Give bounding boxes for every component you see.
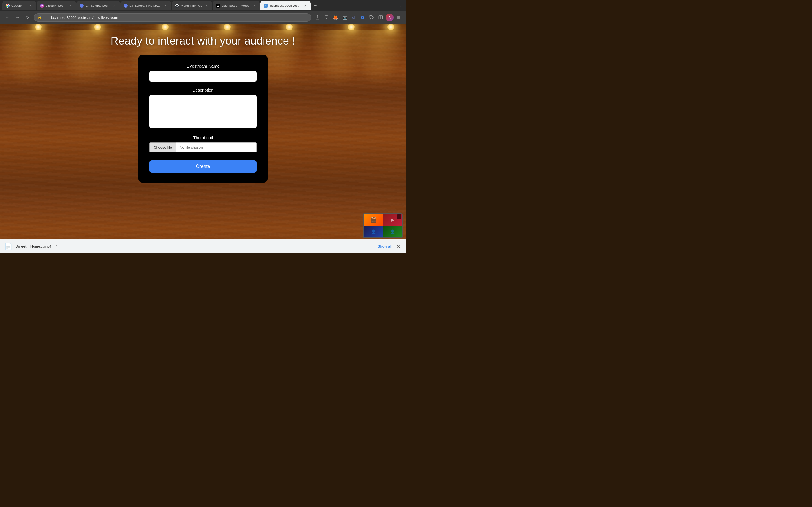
tab-title-google: Google	[11, 4, 27, 7]
toolbar-icons: 🦊 📷 d G A	[313, 13, 403, 21]
address-input-container[interactable]: 🔒 localhost:3000/livestream/new-livestre…	[34, 13, 311, 22]
tab-list-dropdown[interactable]: ⌄	[396, 3, 404, 9]
download-bar: 📄 Dmeet _ Home....mp4 ⌃ Show all ✕	[0, 239, 406, 253]
livestream-name-input[interactable]	[149, 71, 257, 82]
tab-close-merdi-kim[interactable]: ✕	[204, 3, 209, 8]
tab-bar: Google ✕ ✦ Library | Loom ✕ ETHGlobal Lo…	[0, 0, 406, 11]
new-tab-button[interactable]: +	[311, 2, 319, 10]
file-name-display: No file chosen	[176, 142, 257, 152]
thumb-grid: 🎬 ⏸ ▶ 👤 👤	[364, 214, 402, 237]
preview-thumbnail[interactable]: 🎬 ⏸ ▶ 👤 👤	[363, 213, 403, 238]
lock-icon: 🔒	[38, 15, 42, 19]
tab-favicon-gh	[175, 4, 179, 8]
description-group: Description	[149, 88, 257, 129]
profile-icon[interactable]: A	[386, 13, 394, 21]
main-content: Ready to interact with your audience ! L…	[0, 24, 406, 253]
tab-localhost[interactable]: L localhost:3000/livest... ✕	[260, 1, 311, 10]
address-bar: ← → ↻ 🔒 localhost:3000/livestream/new-li…	[0, 11, 406, 24]
tab-close-ethglobal-metabol[interactable]: ✕	[163, 3, 168, 8]
tab-ethglobal-metabol[interactable]: ETHGlobal | Metaboli... ✕	[120, 1, 171, 10]
thumb-cell-1: 🎬	[364, 214, 383, 226]
tab-title-ethglobal-metabol: ETHGlobal | Metaboli...	[130, 4, 161, 7]
tab-title-localhost: localhost:3000/livest...	[269, 4, 301, 7]
menu-icon[interactable]	[395, 13, 403, 21]
extension-fox[interactable]: 🦊	[332, 13, 340, 21]
create-button[interactable]: Create	[149, 160, 257, 173]
tab-favicon-loom: ✦	[40, 4, 44, 8]
extension-discord[interactable]: d	[350, 13, 357, 21]
tab-close-google[interactable]: ✕	[28, 3, 33, 8]
choose-file-button[interactable]: Choose file	[149, 142, 176, 152]
split-screen-icon[interactable]	[377, 13, 385, 21]
show-all-button[interactable]: Show all	[378, 244, 392, 248]
tab-title-ethglobal-login: ETHGlobal Login	[86, 4, 110, 7]
tab-dashboard-vercel[interactable]: ▲ Dashboard – Vercel ✕	[213, 1, 260, 10]
share-icon[interactable]	[313, 13, 321, 21]
extension-google-account[interactable]: G	[359, 13, 366, 21]
tab-ethglobal-login[interactable]: ETHGlobal Login ✕	[77, 1, 120, 10]
tab-favicon-localhost: L	[264, 4, 267, 8]
address-text: localhost:3000/livestream/new-livestream	[51, 15, 118, 20]
tab-title-dashboard-vercel: Dashboard – Vercel	[221, 4, 250, 7]
forward-button[interactable]: →	[13, 13, 21, 21]
thumb-cell-2: ⏸ ▶	[383, 214, 402, 226]
description-label: Description	[149, 88, 257, 93]
livestream-name-label: Livestream Name	[149, 64, 257, 68]
tab-favicon-vercel: ▲	[216, 4, 220, 8]
extension-puzzle[interactable]	[368, 13, 375, 21]
file-input-wrapper: Choose file No file chosen	[149, 142, 257, 152]
tab-close-dashboard-vercel[interactable]: ✕	[252, 3, 256, 8]
reload-button[interactable]: ↻	[24, 13, 32, 21]
description-input[interactable]	[149, 95, 257, 128]
tab-favicon-ethglobal	[80, 4, 84, 8]
page-title-area: Ready to interact with your audience !	[0, 35, 406, 47]
download-file-icon: 📄	[4, 243, 12, 250]
download-filename: Dmeet _ Home....mp4	[15, 244, 51, 248]
tab-favicon-ethglobal-metabol	[124, 4, 128, 8]
thumb-cell-3: 👤	[364, 226, 383, 237]
tab-loom[interactable]: ✦ Library | Loom ✕	[37, 1, 76, 10]
tab-google[interactable]: Google ✕	[2, 1, 36, 10]
tab-favicon-google	[6, 4, 10, 8]
livestream-name-group: Livestream Name	[149, 64, 257, 82]
thumbnail-group: Thumbnail Choose file No file chosen	[149, 135, 257, 152]
download-close-button[interactable]: ✕	[395, 242, 402, 251]
page-title: Ready to interact with your audience !	[0, 35, 406, 47]
back-button[interactable]: ←	[3, 13, 11, 21]
tab-title-loom: Library | Loom	[46, 4, 66, 7]
bookmark-icon[interactable]	[322, 13, 331, 21]
tab-title-merdi-kim: Merdi-kim/Twid	[181, 4, 202, 7]
tab-close-localhost[interactable]: ✕	[303, 3, 307, 8]
tab-merdi-kim[interactable]: Merdi-kim/Twid ✕	[172, 1, 212, 10]
thumbnail-label: Thumbnail	[149, 135, 257, 140]
new-livestream-form-card: Livestream Name Description Thumbnail Ch…	[138, 55, 268, 183]
download-expand-arrow[interactable]: ⌃	[55, 244, 57, 248]
tab-close-loom[interactable]: ✕	[68, 3, 72, 8]
tab-close-ethglobal-login[interactable]: ✕	[112, 3, 116, 8]
thumb-cell-4: 👤	[383, 226, 402, 237]
extension-camera[interactable]: 📷	[341, 13, 349, 21]
